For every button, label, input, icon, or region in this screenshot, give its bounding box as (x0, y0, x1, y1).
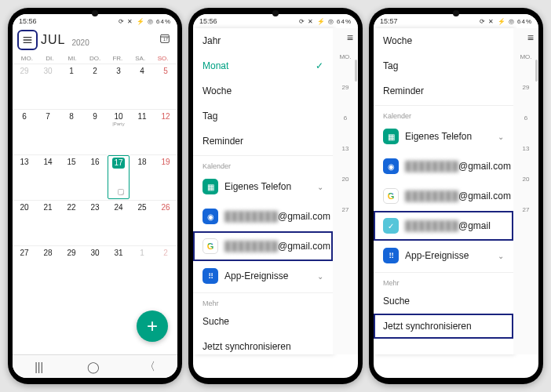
phone-1: 15:56 ⟳ ✕ ⚡ ◎ 64% JUL 2020 17 MO.DI.MI.D… (8, 8, 182, 384)
menu-icon[interactable]: ≡ (523, 28, 538, 47)
calendar-day[interactable]: 3 (107, 64, 130, 109)
calendar-day[interactable]: 20 (13, 200, 36, 245)
calendar-day[interactable]: 30 (83, 245, 107, 291)
chevron-down-icon: ⌄ (498, 252, 504, 260)
add-event-fab[interactable]: + (137, 310, 168, 342)
calendar-account-1[interactable]: ◉ ████████@gmail.com ⌄ (374, 151, 513, 181)
today-icon[interactable]: 17 (159, 32, 171, 48)
calendar-day[interactable]: 7 (36, 109, 60, 154)
svg-text:17: 17 (163, 37, 168, 42)
calendar-google-account[interactable]: ████████@gmail.com ⌄ (193, 231, 333, 261)
view-monat[interactable]: Monat✓ (193, 53, 333, 78)
calendar-day[interactable]: 17 (107, 154, 130, 200)
google-icon (383, 188, 399, 204)
calendar-account-sky[interactable]: ✓ ████████@gmail (374, 211, 513, 241)
calendar-day[interactable]: 8 (60, 109, 83, 154)
android-navbar: ||| ◯ 〈 (13, 354, 177, 378)
back-button[interactable]: 〈 (144, 360, 155, 374)
drawer-suche[interactable]: Suche (193, 309, 333, 334)
calendar-app-ereignisse[interactable]: ⠿ App-Ereignisse ⌄ (193, 261, 333, 291)
calendar-day[interactable]: 6 (13, 109, 36, 154)
calendar-day[interactable]: 14 (36, 154, 60, 200)
calendar-day[interactable]: 13 (13, 154, 36, 200)
view-woche[interactable]: Woche (374, 28, 513, 53)
google-icon (203, 238, 218, 254)
calendar-day[interactable]: 1 (130, 245, 154, 291)
status-icons: ⟳ ✕ ⚡ ◎ 64% (119, 18, 171, 25)
calendar-day[interactable]: 16 (83, 154, 107, 200)
calendar-eigenes-telefon[interactable]: ▦ Eigenes Telefon ⌄ (374, 122, 513, 151)
chevron-down-icon: ⌄ (317, 183, 323, 191)
calendar-day[interactable]: 21 (36, 200, 60, 245)
calendar-header: JUL 2020 17 (13, 28, 177, 52)
calendar-day[interactable]: 15 (60, 154, 83, 200)
phone-calendar-icon: ▦ (383, 129, 399, 144)
calendar-day[interactable]: 24 (107, 200, 130, 245)
calendar-day[interactable]: 25 (130, 200, 154, 245)
section-mehr: Mehr (193, 292, 333, 309)
calendar-day[interactable]: 29 (13, 64, 36, 109)
check-icon: ✓ (316, 60, 323, 71)
calendar-day[interactable]: 29 (60, 245, 83, 291)
section-mehr: Mehr (374, 272, 513, 289)
calendar-day[interactable]: 10|Party (107, 109, 130, 154)
app-events-icon: ⠿ (383, 248, 399, 263)
drawer-sync[interactable]: Jetzt synchronisieren (193, 334, 333, 354)
calendar-day[interactable]: 18 (130, 154, 154, 200)
calendar-day[interactable]: 4 (130, 64, 154, 109)
phone-3: 15:57 ⟳ ✕ ⚡ ◎ 64% Woche Tag Reminder Kal… (369, 8, 543, 384)
phone-calendar-icon: ▦ (203, 179, 218, 194)
view-woche[interactable]: Woche (193, 78, 333, 103)
menu-icon[interactable]: ≡ (342, 28, 358, 47)
calendar-day[interactable]: 12 (154, 109, 177, 154)
status-time: 15:56 (19, 17, 37, 25)
view-tag[interactable]: Tag (193, 103, 333, 129)
note-icon (116, 187, 126, 197)
navigation-drawer: Jahr Monat✓ Woche Tag Reminder Kalender … (193, 28, 333, 354)
phone-2: 15:56 ⟳ ✕ ⚡ ◎ 64% Jahr Monat✓ Woche Tag … (188, 8, 363, 384)
calendar-day[interactable]: 27 (13, 245, 36, 291)
calendar-account-1[interactable]: ◉ ████████@gmail.com ⌄ (193, 201, 333, 231)
calendar-day[interactable]: 22 (60, 200, 83, 245)
drawer-sync[interactable]: Jetzt synchronisieren (374, 314, 513, 339)
view-tag[interactable]: Tag (374, 53, 513, 78)
weekday-row: MO.DI.MI.DO.FR.SA.SO. (13, 52, 177, 64)
calendar-day[interactable]: 23 (83, 200, 107, 245)
chevron-down-icon: ⌄ (498, 132, 504, 141)
calendar-day[interactable]: 11 (130, 109, 154, 154)
calendar-day[interactable]: 26 (154, 200, 177, 245)
month-label[interactable]: JUL (41, 33, 65, 47)
account-icon: ✓ (383, 218, 399, 234)
section-kalender: Kalender (193, 155, 333, 172)
year-label: 2020 (71, 38, 89, 49)
calendar-peek: ≡ MO. 29 6 13 20 27 (333, 28, 358, 354)
navigation-drawer: Woche Tag Reminder Kalender ▦ Eigenes Te… (374, 28, 513, 354)
view-reminder[interactable]: Reminder (374, 78, 513, 103)
calendar-day[interactable]: 1 (60, 64, 83, 109)
chevron-down-icon: ⌄ (317, 272, 323, 281)
calendar-eigenes-telefon[interactable]: ▦ Eigenes Telefon ⌄ (193, 172, 333, 201)
menu-button[interactable] (19, 31, 36, 49)
app-events-icon: ⠿ (203, 268, 218, 284)
home-button[interactable]: ◯ (87, 361, 100, 373)
calendar-day[interactable]: 30 (36, 64, 60, 109)
calendar-day[interactable]: 31 (107, 245, 130, 291)
calendar-day[interactable]: 28 (36, 245, 60, 291)
view-reminder[interactable]: Reminder (193, 129, 333, 154)
calendar-day[interactable]: 9 (83, 109, 107, 154)
view-jahr[interactable]: Jahr (193, 28, 333, 53)
section-kalender: Kalender (374, 105, 513, 122)
calendar-day[interactable]: 5 (154, 64, 177, 109)
account-icon: ◉ (203, 209, 218, 224)
calendar-day[interactable]: 2 (83, 64, 107, 109)
drawer-suche[interactable]: Suche (374, 289, 513, 314)
calendar-peek: ≡ MO. 29 6 13 20 27 (513, 28, 538, 354)
calendar-day[interactable]: 19 (154, 154, 177, 200)
recent-apps-button[interactable]: ||| (35, 361, 43, 373)
account-icon: ◉ (383, 158, 399, 174)
calendar-app-ereignisse[interactable]: ⠿ App-Ereignisse ⌄ (374, 241, 513, 270)
calendar-day[interactable]: 2 (154, 245, 177, 291)
calendar-google-account[interactable]: ████████@gmail.com ⌄ (374, 181, 513, 211)
